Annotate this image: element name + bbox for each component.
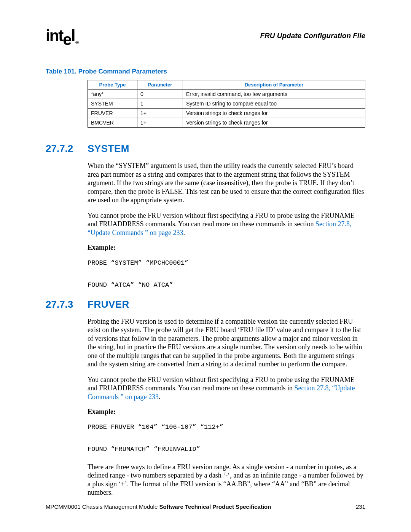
intel-logo: intel® [46, 27, 77, 45]
body-paragraph: You cannot probe the FRU version without… [88, 375, 365, 401]
cell: FRUVER [88, 109, 137, 118]
table-header: Description of Parameter [183, 80, 365, 89]
cell: *any* [88, 89, 137, 99]
body-paragraph: You cannot probe the FRU version without… [88, 211, 365, 237]
cell: System ID string to compare equal too [183, 99, 365, 109]
section-number: 27.7.3 [46, 299, 88, 310]
table-row: FRUVER 1+ Version strings to check range… [88, 109, 365, 118]
cell: 1+ [137, 118, 183, 128]
table-row: SYSTEM 1 System ID string to compare equ… [88, 99, 365, 109]
section-title: SYSTEM [88, 143, 129, 155]
cell: SYSTEM [88, 99, 137, 109]
page-number: 231 [356, 503, 365, 510]
doc-header-title: FRU Update Configuration File [260, 32, 365, 40]
table-header: Probe Type [88, 80, 137, 89]
footer-doc-title: MPCMM0001 Chassis Management Module Soft… [46, 503, 271, 510]
cell: BMCVER [88, 118, 137, 128]
example-label: Example: [88, 408, 365, 416]
section-heading-fruver: 27.7.3 FRUVER [46, 299, 365, 310]
section-title: FRUVER [88, 299, 129, 310]
body-paragraph: There are three ways to define a FRU ver… [88, 463, 365, 497]
page-header: intel® FRU Update Configuration File [46, 27, 365, 45]
probe-params-table: Probe Type Parameter Description of Para… [88, 80, 365, 128]
text: You cannot probe the FRU version without… [88, 212, 355, 228]
table-caption: Table 101. Probe Command Parameters [46, 68, 365, 75]
section-number: 27.7.2 [46, 143, 88, 155]
cell: Version strings to check ranges for [183, 118, 365, 128]
text: . [159, 393, 161, 401]
table-row: BMCVER 1+ Version strings to check range… [88, 118, 365, 128]
text: . [183, 229, 185, 236]
page-footer: MPCMM0001 Chassis Management Module Soft… [46, 503, 365, 510]
text: MPCMM0001 Chassis Management Module [46, 503, 159, 510]
table-header: Parameter [137, 80, 183, 89]
text: Software Technical Product Specification [159, 503, 271, 510]
cell: 1 [137, 99, 183, 109]
code-block: PROBE FRUVER “104” “106-107” “112+” FOUN… [88, 422, 365, 455]
table-row: *any* 0 Error, invalid command, too few … [88, 89, 365, 99]
code-block: PROBE “SYSTEM” “MPCHC0001” FOUND “ATCA” … [88, 258, 365, 291]
body-paragraph: Probing the FRU version is used to deter… [88, 317, 365, 369]
cell: 0 [137, 89, 183, 99]
body-paragraph: When the “SYSTEM” argument is used, then… [88, 161, 365, 204]
cell: Error, invalid command, too few argument… [183, 89, 365, 99]
cell: 1+ [137, 109, 183, 118]
section-heading-system: 27.7.2 SYSTEM [46, 143, 365, 155]
example-label: Example: [88, 244, 365, 252]
cell: Version strings to check ranges for [183, 109, 365, 118]
